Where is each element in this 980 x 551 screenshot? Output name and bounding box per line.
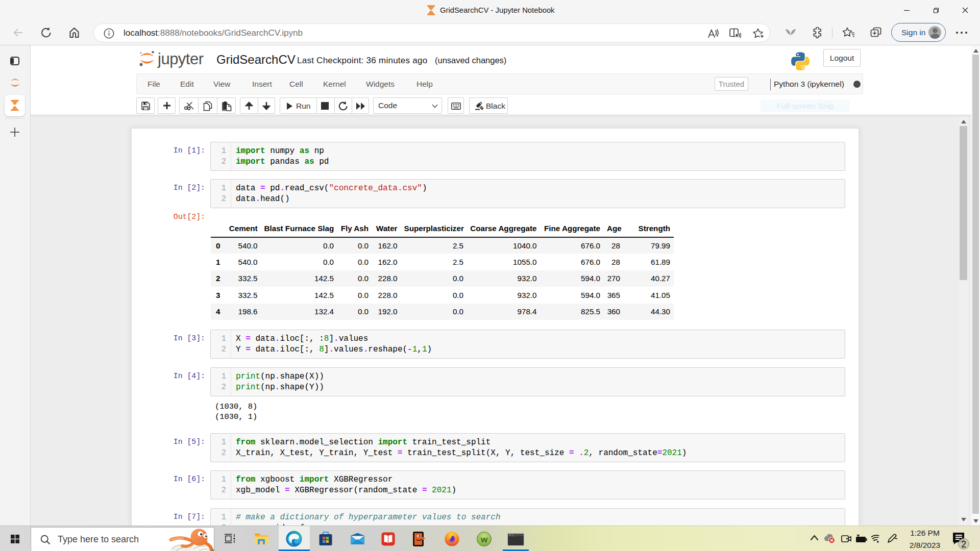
svg-text:C:\_: C:\_	[509, 534, 515, 537]
svg-text:2: 2	[961, 539, 966, 549]
svg-text:w: w	[480, 535, 488, 544]
